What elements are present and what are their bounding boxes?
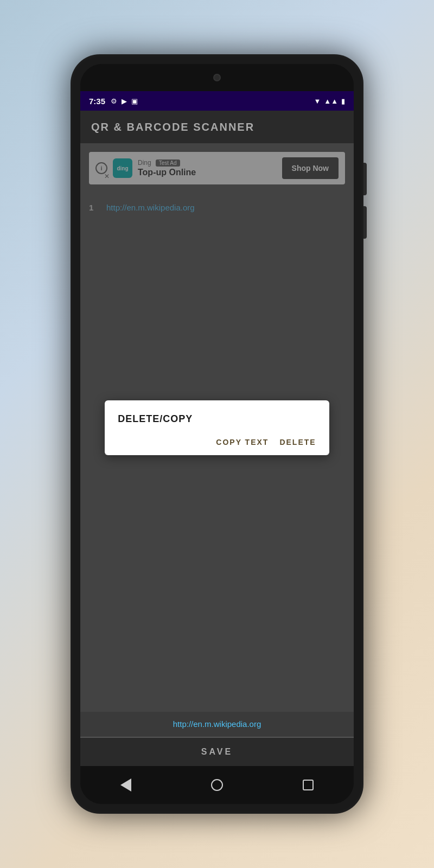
dialog-backdrop: DELETE/COPY COPY TEXT DELETE [80, 143, 354, 712]
app-content: i ding Ding Test Ad Top-up Online ✕ Shop… [80, 143, 354, 712]
battery-icon: ▮ [341, 97, 345, 105]
bottom-url-bar: http://en.m.wikipedia.org [80, 712, 354, 737]
back-icon [120, 778, 131, 792]
copy-text-button[interactable]: COPY TEXT [216, 438, 269, 446]
wifi-icon: ▼ [314, 97, 321, 105]
play-icon: ▶ [122, 97, 127, 105]
recents-icon [303, 780, 314, 790]
delete-copy-dialog: DELETE/COPY COPY TEXT DELETE [105, 400, 329, 455]
app-header: QR & Barcode Scanner [80, 111, 354, 143]
volume-button[interactable] [363, 206, 367, 239]
status-time: 7:35 [89, 97, 105, 106]
back-button[interactable] [115, 774, 137, 796]
power-button[interactable] [363, 163, 367, 195]
camera-area [80, 64, 354, 91]
save-bar[interactable]: SAVE [80, 738, 354, 766]
navigation-bar [80, 766, 354, 804]
dialog-actions: COPY TEXT DELETE [118, 438, 316, 446]
delete-button[interactable]: DELETE [279, 438, 316, 446]
status-system-icons: ⚙ ▶ ▣ [111, 97, 314, 105]
save-label[interactable]: SAVE [201, 747, 233, 757]
notification-icon: ▣ [131, 97, 138, 105]
bottom-url-text[interactable]: http://en.m.wikipedia.org [173, 719, 261, 729]
status-bar: 7:35 ⚙ ▶ ▣ ▼ ▲▲ ▮ [80, 91, 354, 111]
front-camera [213, 74, 221, 81]
settings-icon: ⚙ [111, 97, 117, 105]
signal-icon: ▲▲ [324, 97, 338, 105]
recents-button[interactable] [297, 774, 319, 796]
dialog-title: DELETE/COPY [118, 413, 316, 425]
home-icon [211, 779, 223, 791]
status-right-icons: ▼ ▲▲ ▮ [314, 97, 345, 105]
app-title: QR & Barcode Scanner [91, 121, 254, 133]
home-button[interactable] [206, 774, 228, 796]
